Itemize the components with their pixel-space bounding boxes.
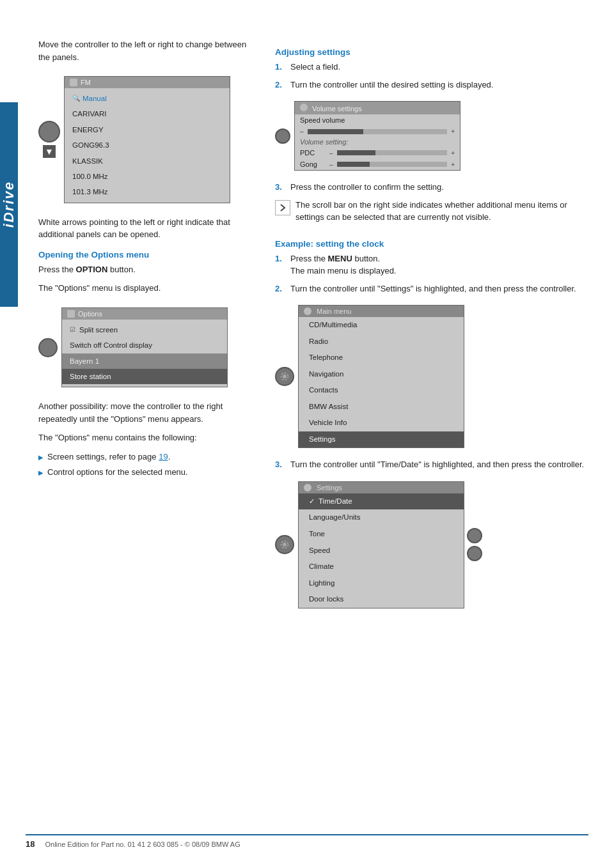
list-item: Climate xyxy=(299,559,464,575)
list-item: ☑ Split screen xyxy=(62,322,227,337)
vol-setting-label: Volume setting: xyxy=(295,137,460,147)
speed-vol-bar-row: – + xyxy=(295,126,460,137)
speed-vol-bar xyxy=(308,129,448,134)
ex-step-1-content: Press the MENU button. The main menu is … xyxy=(290,252,396,277)
bullet-triangle-1: ▶ xyxy=(38,453,43,462)
list-item-highlighted: Store station xyxy=(62,369,227,384)
list-item: 🔍 Manual xyxy=(65,91,230,106)
gong-row: Gong – + xyxy=(295,159,460,170)
step-num-2: 2. xyxy=(275,79,285,91)
gong-fill xyxy=(337,162,370,167)
ex-step-num-2: 2. xyxy=(275,283,285,295)
main-content: Move the controller to the left or right… xyxy=(26,0,614,657)
list-item-time-date: ✓ Time/Date xyxy=(299,493,464,510)
time-date-label: Time/Date xyxy=(319,495,352,508)
options-heading: Opening the Options menu xyxy=(38,250,256,260)
ex-step-1-sub: The main menu is displayed. xyxy=(290,265,396,277)
scroll-icon xyxy=(275,200,290,215)
down-arrow: ▼ xyxy=(43,145,56,158)
gong-minus: – xyxy=(329,161,333,168)
example-heading: Example: setting the clock xyxy=(275,239,588,249)
main-menu-wrapper: Main menu CD/Multimedia Radio Telephone … xyxy=(275,300,588,453)
screen1: FM 🔍 Manual CARIVARI ENERGY GONG96.3 KLA… xyxy=(64,76,230,203)
option-bold: OPTION xyxy=(76,265,108,274)
ex-step-2-text: Turn the controller until "Settings" is … xyxy=(290,283,576,295)
list-item: Bayern 1 xyxy=(62,353,227,369)
list-item-highlighted: Settings xyxy=(299,431,464,448)
adjust-step-1: 1. Select a field. xyxy=(275,61,588,74)
screen2-body: ☑ Split screen Switch off Control displa… xyxy=(62,320,227,387)
example-step-1: 1. Press the MENU button. The main menu … xyxy=(275,252,588,277)
split-screen-label: Split screen xyxy=(79,324,118,336)
speed-plus: + xyxy=(451,128,455,135)
list-item: Navigation xyxy=(299,366,464,383)
white-arrows-text: White arrows pointing to the left or rig… xyxy=(38,216,256,241)
gear-icon xyxy=(280,372,289,381)
controller-knob-s1 xyxy=(467,528,482,543)
settings-screen: Settings ✓ Time/Date Language/Units Tone… xyxy=(298,481,464,608)
screen1-wrapper: ▼ FM 🔍 Manual CARIVARI ENERGY GON xyxy=(38,70,256,210)
left-column: Move the controller to the left or right… xyxy=(38,38,256,619)
list-item: 101.3 MHz xyxy=(65,184,230,199)
gong-bar xyxy=(337,162,448,167)
list-item: KLASSIK xyxy=(65,153,230,169)
checkmark-icon: ✓ xyxy=(309,495,315,508)
screen2-wrapper: Options ☑ Split screen Switch off Contro… xyxy=(38,301,256,394)
list-item: Radio xyxy=(299,334,464,350)
page-link-19[interactable]: 19 xyxy=(159,452,168,461)
gear-icon-2 xyxy=(280,540,289,549)
step-text-2: Turn the controller until the desired se… xyxy=(290,79,493,91)
controller-knob-vol xyxy=(275,128,290,144)
ex-step-num-1: 1. xyxy=(275,252,285,277)
adjusting-heading: Adjusting settings xyxy=(275,47,588,57)
list-item: Lighting xyxy=(299,575,464,592)
right-column: Adjusting settings 1. Select a field. 2.… xyxy=(275,38,588,619)
vol-header-icon xyxy=(300,104,308,111)
list-item: ENERGY xyxy=(65,122,230,137)
pdc-row: PDC – + xyxy=(295,147,460,159)
screen1-header-icon xyxy=(70,79,77,86)
screen1-body: 🔍 Manual CARIVARI ENERGY GONG96.3 KLASSI… xyxy=(65,88,230,203)
vol-header: Volume settings xyxy=(295,102,460,114)
list-item: CARIVARI xyxy=(65,106,230,121)
step-text-1: Select a field. xyxy=(290,61,340,74)
screen1-header: FM xyxy=(65,77,230,88)
list-item: Language/Units xyxy=(299,509,464,526)
pdc-fill xyxy=(337,150,375,155)
screen1-header-label: FM xyxy=(81,79,91,86)
bullet-list: ▶ Screen settings, refer to page 19. ▶ C… xyxy=(38,451,256,479)
controller-gear-settings xyxy=(275,535,294,554)
options-para1: Press the OPTION button. xyxy=(38,263,256,276)
speed-vol-fill xyxy=(308,129,363,134)
list-item: 100.0 MHz xyxy=(65,169,230,184)
step-text-3: Press the controller to confirm the sett… xyxy=(290,181,444,194)
volume-screen: Volume settings Speed volume – + Volume … xyxy=(294,101,460,171)
svg-point-0 xyxy=(283,375,287,378)
list-item: Telephone xyxy=(299,350,464,366)
controller-knob-2 xyxy=(38,338,58,357)
main-menu-icon xyxy=(304,307,311,315)
settings-screen-wrapper: Settings ✓ Time/Date Language/Units Tone… xyxy=(275,476,588,614)
gong-plus: + xyxy=(451,161,455,168)
step-num-1: 1. xyxy=(275,61,285,74)
ex-step-num-3: 3. xyxy=(275,458,285,471)
bullet-item-1: ▶ Screen settings, refer to page 19. xyxy=(38,451,256,463)
settings-header: Settings xyxy=(299,482,464,493)
checkbox-icon: ☑ xyxy=(70,325,75,335)
speed-minus: – xyxy=(300,128,304,135)
main-menu-screen: Main menu CD/Multimedia Radio Telephone … xyxy=(298,305,464,448)
another-text: Another possibility: move the controller… xyxy=(38,400,256,425)
vol-header-label: Volume settings xyxy=(312,105,362,112)
chevron-right-icon xyxy=(278,203,287,212)
settings-knobs xyxy=(467,528,482,561)
list-item: Speed xyxy=(299,543,464,559)
list-item: Contacts xyxy=(299,382,464,399)
pdc-bar xyxy=(337,150,448,155)
volume-screen-wrapper: Volume settings Speed volume – + Volume … xyxy=(275,96,588,176)
intro-text: Move the controller to the left or right… xyxy=(38,38,256,63)
list-item: Vehicle Info xyxy=(299,415,464,431)
scroll-note: The scroll bar on the right side indicat… xyxy=(295,199,588,224)
speed-volume-row: Speed volume xyxy=(295,114,460,126)
adjust-step-2: 2. Turn the controller until the desired… xyxy=(275,79,588,91)
pdc-label: PDC xyxy=(300,149,326,157)
